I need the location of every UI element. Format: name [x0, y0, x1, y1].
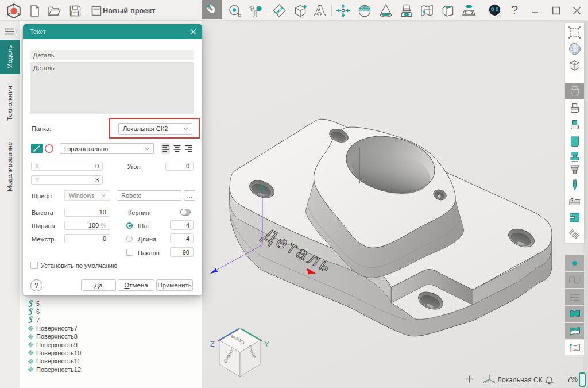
tree-item[interactable]: Поверхность8 — [27, 332, 78, 340]
hamburger-menu-icon[interactable] — [5, 27, 14, 37]
left-tab-bar: Модель Технология Моделирование — [0, 21, 20, 388]
press-form-icon[interactable] — [397, 1, 416, 20]
slant-field[interactable]: 90 — [170, 247, 194, 257]
step-field[interactable]: 4 — [170, 220, 194, 230]
solid-mode-button[interactable] — [565, 306, 584, 322]
punch-cylinder-icon[interactable] — [567, 101, 582, 116]
add-cs-button[interactable] — [465, 375, 474, 383]
tree-item[interactable]: Поверхность10 — [27, 349, 81, 357]
save-icon[interactable] — [65, 1, 84, 20]
surface-icon — [27, 358, 34, 365]
sheet-mode-button[interactable] — [565, 323, 584, 339]
die-stack-icon[interactable] — [567, 162, 582, 177]
tree-item[interactable]: 6 — [27, 308, 40, 316]
font-system-dropdown[interactable]: Windows — [64, 190, 110, 201]
point-mode-button[interactable] — [565, 255, 584, 271]
maximize-icon[interactable] — [550, 5, 562, 16]
slant-checkbox[interactable] — [126, 249, 133, 256]
assistant-robot-icon[interactable] — [485, 1, 504, 20]
line-style-button[interactable] — [31, 144, 43, 153]
apply-button[interactable]: Применить — [156, 279, 193, 291]
length-field[interactable]: 4 — [170, 233, 194, 243]
orientation-dropdown[interactable]: Горизонтально — [60, 143, 154, 154]
battery-icon — [579, 372, 586, 387]
tab-modeling[interactable]: Моделирование — [0, 133, 20, 201]
cone-body-icon[interactable] — [376, 1, 395, 20]
tab-technology[interactable]: Технология — [0, 78, 20, 129]
font-browse-button[interactable]: ... — [184, 190, 195, 201]
viewport-3d[interactable]: Деталь Z Y Слева Сверху Сзади — [202, 21, 588, 388]
help-icon[interactable]: ? — [508, 2, 521, 17]
wire-sphere-icon[interactable] — [567, 41, 582, 56]
tree-item[interactable]: Поверхность11 — [27, 357, 80, 365]
cylinder-teal-icon[interactable] — [567, 134, 582, 149]
align-right-button[interactable] — [184, 143, 193, 154]
bracket-icon[interactable] — [567, 210, 582, 225]
ok-button[interactable]: Да — [81, 279, 116, 291]
hollow-box-icon[interactable] — [567, 57, 582, 73]
cube-face-icon[interactable] — [438, 1, 457, 20]
open-folder-icon[interactable] — [45, 1, 64, 20]
linespacing-field[interactable]: 0 — [64, 234, 110, 243]
step-radio[interactable] — [126, 222, 133, 229]
minimize-icon[interactable] — [529, 5, 541, 16]
active-cs-label[interactable]: Локальная СК2 — [497, 376, 543, 384]
curve-icon — [568, 273, 582, 287]
align-center-button[interactable] — [173, 143, 181, 154]
align-left-button[interactable] — [161, 143, 170, 154]
tape-measure-icon[interactable] — [225, 1, 244, 20]
width-field[interactable]: 100 % — [64, 221, 110, 230]
patch-surface-icon[interactable] — [567, 25, 582, 40]
coordinate-system-icon[interactable] — [483, 374, 496, 387]
magnet-icon[interactable] — [202, 0, 222, 19]
map-sheet-icon[interactable] — [417, 1, 436, 20]
circle-style-button[interactable] — [44, 144, 54, 153]
name-input[interactable]: Деталь — [30, 50, 194, 60]
move-arrows-icon[interactable] — [334, 1, 353, 20]
cube-vertex-icon[interactable] — [291, 1, 310, 20]
spline-icon — [27, 316, 34, 324]
view-cube[interactable]: Z Y Слева Сверху Сзади — [210, 328, 269, 377]
circle-icon — [44, 144, 54, 153]
tree-item[interactable]: Поверхность7 — [27, 324, 78, 332]
clamp-part-icon[interactable] — [567, 194, 582, 209]
hatch-lines-icon[interactable] — [567, 226, 582, 241]
text-area[interactable]: Деталь — [30, 62, 194, 114]
surface-icon — [27, 325, 34, 332]
text-tool-icon[interactable]: A — [310, 1, 329, 20]
bell-icon[interactable] — [544, 374, 555, 388]
y-field[interactable]: Y 3 — [31, 175, 103, 185]
caliper-icon[interactable] — [246, 1, 265, 20]
dialog-close-icon[interactable] — [188, 27, 198, 36]
kerning-toggle[interactable] — [180, 209, 191, 216]
height-field[interactable]: 10 — [64, 208, 110, 217]
curve-mode-button[interactable] — [565, 272, 584, 288]
app-logo-hexagon[interactable] — [4, 1, 23, 20]
width-label: Ширина — [32, 222, 55, 229]
tree-item[interactable]: 7 — [27, 316, 40, 324]
dialog-header[interactable]: Текст — [23, 24, 202, 39]
drill-bit-icon[interactable] — [567, 177, 582, 193]
sketch-plane-icon[interactable] — [270, 1, 289, 20]
tree-item[interactable]: Поверхность12 — [27, 365, 81, 373]
tab-model[interactable]: Модель — [0, 40, 20, 74]
angle-field[interactable]: 0 — [165, 162, 194, 171]
x-field[interactable]: X 0 — [31, 162, 103, 171]
axis-z-label: Z — [210, 340, 215, 348]
punch-small-icon[interactable] — [567, 117, 582, 133]
close-icon[interactable] — [571, 5, 582, 16]
tree-item[interactable]: Поверхность9 — [27, 341, 78, 349]
die-block-button[interactable] — [565, 83, 584, 99]
wireframe-mode-button[interactable] — [565, 340, 584, 355]
length-radio[interactable] — [126, 236, 133, 242]
surface-icon — [27, 333, 34, 340]
plate-emboss-icon[interactable] — [459, 1, 478, 20]
dialog-help-button[interactable]: ? — [30, 279, 42, 291]
tree-item[interactable]: 5 — [27, 299, 40, 308]
mesh-sphere-icon[interactable] — [355, 1, 374, 20]
font-name-field[interactable]: Roboto — [117, 190, 181, 201]
new-document-icon[interactable] — [25, 1, 44, 20]
default-checkbox[interactable] — [30, 262, 38, 269]
surface-mode-button[interactable] — [565, 289, 584, 305]
cancel-button[interactable]: Отмена — [118, 279, 154, 291]
